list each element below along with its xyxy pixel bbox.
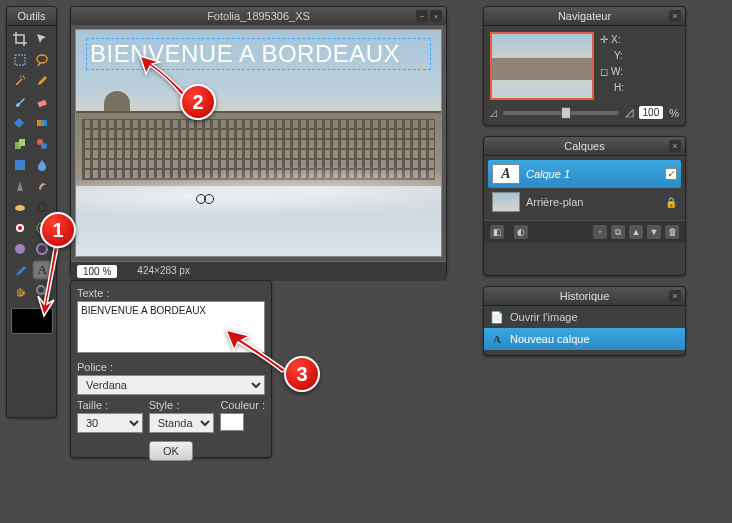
history-title: Historique (560, 290, 610, 302)
duplicate-layer-icon[interactable]: ⧉ (611, 225, 625, 239)
history-label: Ouvrir l'image (510, 311, 578, 323)
image-content (196, 182, 214, 204)
brush-tool-icon[interactable] (10, 92, 30, 112)
annotation-callout-1: 1 (40, 212, 76, 248)
svg-point-14 (15, 244, 25, 254)
canvas-window: Fotolia_1895306_XS − × BIENVENUE A BORDE… (70, 6, 447, 278)
move-up-icon[interactable]: ▲ (629, 225, 643, 239)
layer-mask-icon[interactable]: ◐ (514, 225, 528, 239)
line-tool-icon[interactable] (10, 155, 30, 175)
nav-zoom-value[interactable]: 100 (639, 106, 664, 119)
svg-point-12 (18, 226, 22, 230)
svg-rect-10 (45, 210, 48, 212)
wand-tool-icon[interactable] (10, 71, 30, 91)
delete-layer-icon[interactable]: 🗑 (665, 225, 679, 239)
svg-rect-2 (37, 120, 47, 126)
text-color-swatch[interactable] (220, 413, 244, 431)
layer-thumbnail-icon (492, 192, 520, 212)
layer-item[interactable]: A Calque 1 (488, 160, 681, 188)
marquee-tool-icon[interactable] (10, 50, 30, 70)
svg-point-9 (38, 203, 46, 211)
layer-label: Arrière-plan (526, 196, 583, 208)
svg-rect-4 (19, 139, 25, 146)
blur-tool-icon[interactable] (32, 155, 52, 175)
annotation-arrow-1 (36, 244, 66, 318)
layer-label: Calque 1 (526, 168, 570, 180)
close-icon[interactable]: × (669, 290, 681, 302)
canvas-title: Fotolia_1895306_XS (207, 10, 310, 22)
canvas-area[interactable]: BIENVENUE A BORDEAUX (75, 29, 442, 257)
close-icon[interactable]: × (669, 10, 681, 22)
texte-label: Texte : (77, 287, 265, 299)
clone-tool-icon[interactable] (10, 134, 30, 154)
crop-tool-icon[interactable] (10, 29, 30, 49)
move-down-icon[interactable]: ▼ (647, 225, 661, 239)
navigator-thumbnail[interactable] (490, 32, 594, 100)
layers-footer: ◧ ◐ ▫ ⧉ ▲ ▼ 🗑 (484, 220, 685, 243)
layer-lock-icon: 🔒 (665, 197, 677, 208)
close-window-icon[interactable]: × (430, 10, 442, 22)
new-layer-icon[interactable]: ▫ (593, 225, 607, 239)
ok-button[interactable]: OK (149, 441, 193, 461)
canvas-dimensions: 424×283 px (137, 265, 190, 278)
replace-color-tool-icon[interactable] (32, 134, 52, 154)
navigator-info: ✛ X: Y: ◻ W: H: (600, 32, 624, 100)
zoom-in-icon[interactable]: ◿ (625, 106, 633, 119)
taille-label: Taille : (77, 399, 143, 411)
layer-settings-icon[interactable]: ◧ (490, 225, 504, 239)
image-content (76, 166, 441, 226)
redeye-tool-icon[interactable] (10, 218, 30, 238)
history-panel: Historique × 📄 Ouvrir l'image A Nouveau … (483, 286, 686, 356)
navigator-panel: Navigateur × ✛ X: Y: ◻ W: H: ◿ ◿ 100 % (483, 6, 686, 126)
navigator-title: Navigateur (558, 10, 611, 22)
minimize-window-icon[interactable]: − (416, 10, 428, 22)
tools-panel-title: Outils (7, 7, 56, 26)
svg-point-6 (41, 143, 47, 149)
annotation-callout-2: 2 (180, 84, 216, 120)
open-image-icon: 📄 (490, 310, 504, 324)
style-label: Style : (149, 399, 215, 411)
smudge-tool-icon[interactable] (32, 176, 52, 196)
layer-visibility-checkbox[interactable] (665, 168, 677, 180)
close-icon[interactable]: × (669, 140, 681, 152)
move-tool-icon[interactable] (32, 29, 52, 49)
sponge-tool-icon[interactable] (10, 197, 30, 217)
canvas-status-bar: 100 % 424×283 px (71, 261, 446, 281)
svg-point-8 (15, 205, 25, 211)
tools-panel: Outils A (6, 6, 57, 418)
bucket-tool-icon[interactable] (10, 113, 30, 133)
gradient-tool-icon[interactable] (32, 113, 52, 133)
history-item[interactable]: 📄 Ouvrir l'image (484, 306, 685, 328)
history-item[interactable]: A Nouveau calque (484, 328, 685, 350)
annotation-arrow-3 (222, 326, 292, 376)
canvas-title-bar[interactable]: Fotolia_1895306_XS − × (71, 7, 446, 25)
image-content (104, 91, 130, 111)
pencil-tool-icon[interactable] (32, 71, 52, 91)
size-select[interactable]: 30 (77, 413, 143, 433)
crosshair-icon: ✛ (600, 32, 608, 48)
annotation-callout-3: 3 (284, 356, 320, 392)
layer-thumbnail-icon: A (492, 164, 520, 184)
hand-tool-icon[interactable] (10, 281, 30, 301)
svg-rect-0 (15, 55, 25, 65)
style-select[interactable]: Standard (149, 413, 215, 433)
new-layer-history-icon: A (490, 332, 504, 346)
history-label: Nouveau calque (510, 333, 590, 345)
bounds-icon: ◻ (600, 64, 608, 80)
svg-rect-7 (15, 160, 25, 170)
canvas-zoom-value[interactable]: 100 % (77, 265, 117, 278)
font-select[interactable]: Verdana (77, 375, 265, 395)
layers-title: Calques (564, 140, 604, 152)
nav-zoom-unit: % (669, 107, 679, 119)
layers-panel: Calques × A Calque 1 Arrière-plan 🔒 ◧ ◐ … (483, 136, 686, 276)
eyedropper-tool-icon[interactable] (10, 260, 30, 280)
bloat-tool-icon[interactable] (10, 239, 30, 259)
lasso-tool-icon[interactable] (32, 50, 52, 70)
couleur-label: Couleur : (220, 399, 265, 411)
zoom-slider[interactable] (503, 111, 619, 115)
sharpen-tool-icon[interactable] (10, 176, 30, 196)
zoom-out-icon[interactable]: ◿ (490, 108, 497, 118)
svg-rect-1 (38, 100, 47, 107)
layer-item[interactable]: Arrière-plan 🔒 (488, 188, 681, 216)
eraser-tool-icon[interactable] (32, 92, 52, 112)
